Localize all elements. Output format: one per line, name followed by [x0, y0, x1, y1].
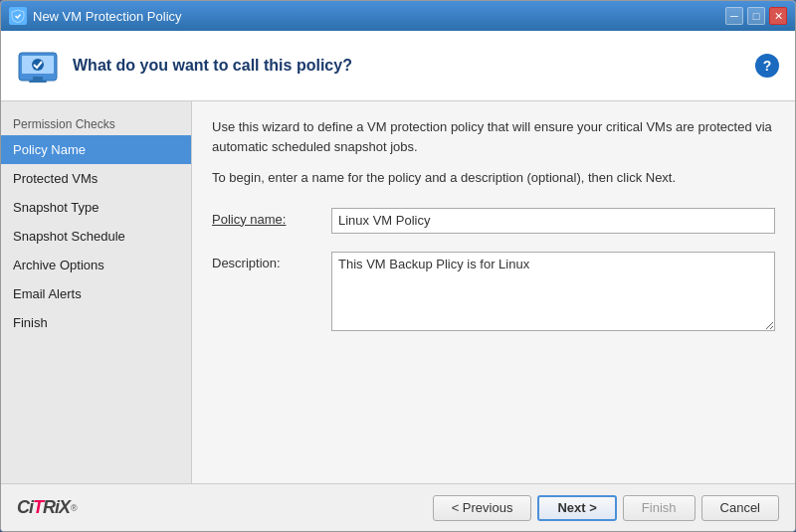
svg-rect-3: [29, 81, 47, 83]
sidebar: Permission Checks Policy Name Protected …: [1, 101, 192, 483]
restore-button[interactable]: □: [747, 7, 765, 25]
description-textarea[interactable]: This VM Backup Plicy is for Linux: [331, 252, 775, 331]
previous-button[interactable]: < Previous: [433, 495, 532, 521]
intro-text-1: Use this wizard to define a VM protectio…: [212, 117, 775, 156]
main-content: Use this wizard to define a VM protectio…: [192, 101, 795, 483]
sidebar-item-protected-vms[interactable]: Protected VMs: [1, 164, 191, 193]
svg-rect-2: [33, 77, 43, 81]
policy-name-label: Policy name:: [212, 208, 331, 227]
description-row: Description: This VM Backup Plicy is for…: [212, 252, 775, 331]
header-icon: [17, 45, 59, 87]
main-window: New VM Protection Policy ─ □ ✕ What do y…: [0, 0, 796, 532]
sidebar-item-policy-name[interactable]: Policy Name: [1, 135, 191, 164]
sidebar-item-finish[interactable]: Finish: [1, 308, 191, 337]
footer-buttons: < Previous Next > Finish Cancel: [433, 495, 779, 521]
logo-trademark: ®: [71, 503, 78, 513]
minimize-button[interactable]: ─: [725, 7, 743, 25]
sidebar-item-email-alerts[interactable]: Email Alerts: [1, 279, 191, 308]
help-button[interactable]: ?: [755, 54, 779, 78]
sidebar-item-snapshot-type[interactable]: Snapshot Type: [1, 193, 191, 222]
policy-name-row: Policy name:: [212, 208, 775, 234]
svg-point-4: [32, 59, 44, 71]
header: What do you want to call this policy? ?: [1, 31, 795, 101]
close-button[interactable]: ✕: [769, 7, 787, 25]
sidebar-item-permission-checks[interactable]: Permission Checks: [1, 109, 191, 135]
content-area: Permission Checks Policy Name Protected …: [1, 101, 795, 483]
description-label: Description:: [212, 252, 331, 270]
policy-name-input[interactable]: [331, 208, 775, 234]
title-bar: New VM Protection Policy ─ □ ✕: [1, 1, 795, 31]
intro-text-2: To begin, enter a name for the policy an…: [212, 168, 775, 188]
window-controls: ─ □ ✕: [725, 7, 787, 25]
sidebar-item-archive-options[interactable]: Archive Options: [1, 251, 191, 279]
cancel-button[interactable]: Cancel: [701, 495, 779, 521]
footer-logo-area: CiTRiX ®: [17, 497, 78, 518]
window-icon: [9, 7, 27, 25]
footer: CiTRiX ® < Previous Next > Finish Cancel: [1, 483, 795, 531]
header-title: What do you want to call this policy?: [73, 57, 741, 75]
finish-button[interactable]: Finish: [623, 495, 696, 521]
next-button[interactable]: Next >: [537, 495, 616, 521]
sidebar-item-snapshot-schedule[interactable]: Snapshot Schedule: [1, 222, 191, 251]
window-title: New VM Protection Policy: [33, 9, 725, 24]
citrix-logo: CiTRiX: [17, 497, 70, 518]
